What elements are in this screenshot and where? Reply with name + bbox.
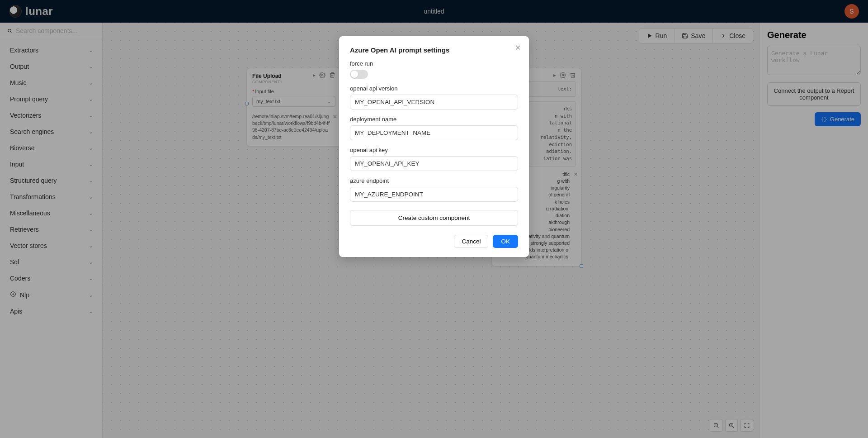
force-run-label: force run (350, 60, 518, 67)
cancel-button[interactable]: Cancel (454, 235, 488, 248)
deployment-input[interactable] (350, 125, 518, 140)
endpoint-input[interactable] (350, 187, 518, 202)
force-run-toggle[interactable] (350, 70, 368, 79)
modal-title: Azure Open AI prompt settings (350, 46, 518, 54)
api-version-label: openai api version (350, 85, 518, 92)
deployment-label: deployment name (350, 116, 518, 123)
settings-modal: ✕ Azure Open AI prompt settings force ru… (339, 36, 529, 257)
modal-close-icon[interactable]: ✕ (515, 43, 521, 52)
endpoint-label: azure endpoint (350, 177, 518, 184)
api-key-input[interactable] (350, 156, 518, 171)
api-key-label: openai api key (350, 147, 518, 153)
api-version-input[interactable] (350, 95, 518, 110)
ok-button[interactable]: OK (493, 235, 518, 248)
create-custom-button[interactable]: Create custom component (350, 210, 518, 226)
